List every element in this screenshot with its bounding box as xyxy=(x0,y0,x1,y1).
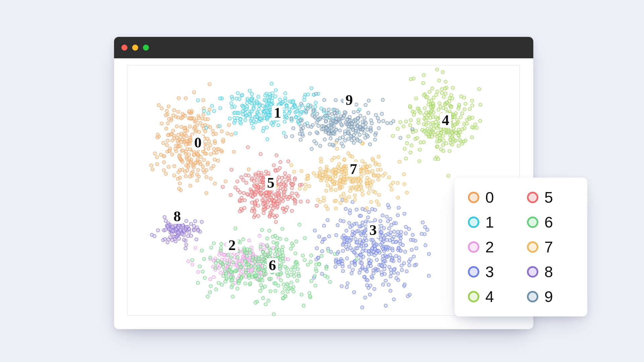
legend-item-5[interactable]: 5 xyxy=(527,190,578,205)
svg-point-2439 xyxy=(358,125,362,128)
digit-color-legend: 0516273849 xyxy=(454,178,587,316)
svg-point-2002 xyxy=(337,156,340,159)
svg-point-179 xyxy=(190,161,193,164)
svg-point-976 xyxy=(355,222,358,225)
svg-point-2075 xyxy=(374,191,377,194)
legend-item-7[interactable]: 7 xyxy=(527,239,578,255)
svg-point-500 xyxy=(250,102,254,105)
legend-item-8[interactable]: 8 xyxy=(527,264,578,280)
svg-point-243 xyxy=(166,133,170,137)
legend-item-4[interactable]: 4 xyxy=(468,289,519,304)
svg-point-2058 xyxy=(327,169,330,172)
svg-point-2271 xyxy=(374,133,377,136)
legend-item-2[interactable]: 2 xyxy=(468,239,519,255)
svg-point-189 xyxy=(167,105,170,108)
svg-point-1821 xyxy=(226,253,230,256)
svg-point-1136 xyxy=(478,87,481,91)
legend-label-9: 9 xyxy=(544,289,553,304)
svg-point-1444 xyxy=(272,164,276,167)
svg-point-905 xyxy=(384,279,387,283)
svg-point-1858 xyxy=(292,286,295,289)
svg-point-1767 xyxy=(282,259,285,263)
svg-point-208 xyxy=(181,160,184,164)
svg-point-32 xyxy=(162,169,166,172)
svg-point-1003 xyxy=(372,226,375,229)
svg-point-874 xyxy=(373,287,376,291)
svg-point-1734 xyxy=(328,280,332,284)
svg-point-2233 xyxy=(308,132,312,135)
legend-item-0[interactable]: 0 xyxy=(468,190,519,205)
svg-point-1597 xyxy=(231,295,234,298)
svg-point-1979 xyxy=(371,169,374,173)
svg-point-1704 xyxy=(289,247,292,250)
svg-point-46 xyxy=(177,133,180,137)
cluster-6 xyxy=(191,223,358,316)
svg-point-439 xyxy=(245,107,249,111)
svg-point-2374 xyxy=(347,127,350,130)
svg-point-1314 xyxy=(243,198,247,202)
svg-point-1065 xyxy=(461,112,464,115)
svg-point-2074 xyxy=(366,171,369,174)
svg-point-1032 xyxy=(342,220,345,223)
svg-point-45 xyxy=(164,172,168,176)
svg-point-2433 xyxy=(312,110,315,113)
svg-point-1531 xyxy=(284,208,288,212)
svg-point-1241 xyxy=(418,160,421,163)
svg-point-1264 xyxy=(422,81,425,85)
svg-point-1758 xyxy=(214,266,217,269)
svg-point-2436 xyxy=(322,108,326,112)
svg-point-247 xyxy=(192,139,195,142)
svg-point-398 xyxy=(283,108,286,111)
svg-point-87 xyxy=(230,133,233,136)
svg-point-2423 xyxy=(356,117,360,120)
svg-point-324 xyxy=(218,124,221,128)
svg-point-1888 xyxy=(396,181,399,185)
window-titlebar xyxy=(114,37,533,58)
svg-point-1306 xyxy=(449,115,452,119)
svg-point-279 xyxy=(274,95,277,98)
svg-point-684 xyxy=(209,278,212,281)
svg-point-465 xyxy=(236,92,239,95)
svg-point-917 xyxy=(323,237,326,241)
svg-point-516 xyxy=(258,104,261,107)
svg-point-2004 xyxy=(371,157,374,161)
svg-point-1071 xyxy=(407,135,410,138)
svg-point-2029 xyxy=(341,180,345,184)
svg-point-199 xyxy=(188,142,192,145)
svg-point-1555 xyxy=(255,188,258,191)
svg-point-1860 xyxy=(291,244,295,247)
svg-point-1000 xyxy=(348,239,352,243)
svg-point-983 xyxy=(408,263,411,267)
svg-point-255 xyxy=(185,169,189,172)
svg-point-1857 xyxy=(234,227,237,230)
svg-point-1804 xyxy=(310,280,313,283)
traffic-light-minimize-icon[interactable] xyxy=(132,45,138,51)
legend-item-3[interactable]: 3 xyxy=(468,264,519,280)
svg-point-499 xyxy=(291,106,294,109)
svg-point-1786 xyxy=(257,257,260,261)
legend-item-6[interactable]: 6 xyxy=(527,215,578,230)
svg-point-1147 xyxy=(470,99,474,102)
traffic-light-zoom-icon[interactable] xyxy=(143,45,149,51)
svg-point-2073 xyxy=(372,174,376,177)
svg-point-1685 xyxy=(256,278,259,281)
svg-point-1517 xyxy=(294,199,297,203)
svg-point-2429 xyxy=(354,127,358,130)
svg-point-474 xyxy=(233,105,236,108)
svg-point-294 xyxy=(287,112,291,115)
svg-point-2077 xyxy=(368,178,371,182)
svg-point-1012 xyxy=(380,270,383,274)
traffic-light-close-icon[interactable] xyxy=(121,45,127,51)
svg-point-970 xyxy=(409,257,412,261)
svg-point-1560 xyxy=(274,203,277,206)
svg-point-1834 xyxy=(230,279,234,282)
legend-item-9[interactable]: 9 xyxy=(527,289,578,304)
svg-point-1825 xyxy=(274,248,278,251)
svg-point-1541 xyxy=(263,174,267,178)
svg-point-1250 xyxy=(428,90,431,94)
legend-item-1[interactable]: 1 xyxy=(468,215,519,230)
svg-point-457 xyxy=(255,101,259,104)
svg-point-2438 xyxy=(346,131,350,135)
svg-point-2285 xyxy=(299,138,302,141)
svg-point-220 xyxy=(177,155,181,158)
